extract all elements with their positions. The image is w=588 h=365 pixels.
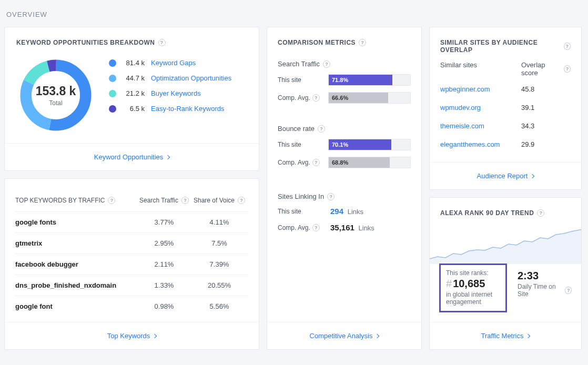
search-traffic-cell: 2.95% (138, 239, 190, 247)
table-row: facebook debugger 2.11% 7.39% (15, 254, 248, 275)
bar-label-text: Comp. Avg. (278, 159, 310, 166)
bar-track: 66.6% (328, 92, 411, 104)
similar-site-link[interactable]: themeisle.com (440, 122, 521, 130)
comparison-metrics-card: COMPARISON METRICS ? Search Traffic ? Th… (267, 27, 422, 350)
table-row: wpbeginner.com 45.8 (440, 80, 571, 98)
help-icon[interactable]: ? (158, 39, 166, 46)
bar-label: Comp. Avg. ? (278, 94, 323, 102)
chevron-right-icon (375, 333, 379, 338)
bar-label: This site (278, 76, 323, 84)
col-label: Share of Voice (194, 197, 235, 204)
comp-avg-bounce-row: Comp. Avg. ? 68.8% (278, 157, 411, 168)
legend-swatch-icon (109, 75, 116, 82)
section-label-text: Search Traffic (278, 60, 320, 68)
rank-prefix: This site ranks: (446, 269, 500, 277)
table-row: google fonts 3.77% 4.11% (15, 212, 248, 233)
section-label-text: Sites Linking In (278, 192, 324, 200)
table-row: wpmudev.org 39.1 (440, 98, 571, 117)
help-icon[interactable]: ? (238, 197, 245, 204)
search-traffic-label: Search Traffic ? (278, 60, 411, 68)
card-title-text: KEYWORD OPPORTUNITIES BREAKDOWN (16, 39, 155, 46)
bar-value: 71.8% (329, 75, 392, 85)
top-keywords-footer-link[interactable]: Top Keywords (5, 322, 259, 349)
help-icon[interactable]: ? (327, 193, 334, 200)
table-row: themeisle.com 34.3 (440, 117, 571, 135)
alexa-trend-title: ALEXA RANK 90 DAY TREND ? (440, 209, 571, 217)
search-traffic-cell: 0.98% (138, 302, 190, 310)
help-icon[interactable]: ? (564, 65, 571, 73)
donut-center: 153.8 k Total (16, 56, 95, 135)
help-icon[interactable]: ? (312, 224, 320, 231)
share-voice-cell: 7.5% (190, 239, 248, 247)
legend-link[interactable]: Buyer Keywords (151, 89, 201, 97)
similar-sites-title: SIMILAR SITES BY AUDIENCE OVERLAP ? (440, 39, 571, 54)
trend-sparkline-icon (430, 227, 582, 264)
keyword-cell: dns_probe_finished_nxdomain (15, 281, 138, 289)
keyword-opportunities-footer-link[interactable]: Keyword Opportunities (5, 143, 259, 170)
legend-item: 21.2 k Buyer Keywords (109, 89, 231, 97)
time-label: Daily Time on Site ? (518, 283, 572, 298)
similar-sites-footer-link[interactable]: Audience Report (430, 162, 581, 189)
footer-link-text: Audience Report (477, 172, 528, 180)
time-value: 2:33 (518, 270, 572, 282)
overlap-score: 34.3 (521, 122, 571, 130)
top-keywords-card: TOP KEYWORDS BY TRAFFIC ? Search Traffic… (4, 178, 259, 350)
legend-item: 81.4 k Keyword Gaps (109, 59, 231, 67)
comparison-footer-link[interactable]: Competitive Analysis (267, 322, 421, 349)
card-title-text: SIMILAR SITES BY AUDIENCE OVERLAP (440, 39, 561, 54)
col-label: Similar sites (440, 61, 521, 77)
bar-label: Comp. Avg. ? (278, 159, 323, 166)
linksin-avg-value: 35,161 (330, 223, 354, 232)
donut-legend: 81.4 k Keyword Gaps 44.7 k Optimization … (109, 56, 231, 135)
similar-sites-card: SIMILAR SITES BY AUDIENCE OVERLAP ? Simi… (429, 27, 582, 190)
legend-link[interactable]: Optimization Opportunities (151, 74, 231, 82)
help-icon[interactable]: ? (181, 197, 189, 204)
similar-site-link[interactable]: wpmudev.org (440, 104, 521, 111)
similar-site-link[interactable]: elegantthemes.com (440, 140, 521, 148)
alexa-trend-card: ALEXA RANK 90 DAY TREND ? This site rank… (429, 197, 582, 350)
help-icon[interactable]: ? (318, 125, 325, 133)
alexa-trend-footer-link[interactable]: Traffic Metrics (430, 322, 581, 349)
share-voice-cell: 4.11% (190, 218, 248, 226)
help-icon[interactable]: ? (359, 39, 366, 46)
help-icon[interactable]: ? (312, 94, 320, 102)
bar-label-text: Comp. Avg. (278, 94, 310, 102)
legend-swatch-icon (109, 105, 116, 113)
section-label-text: Bounce rate (278, 125, 315, 133)
legend-link[interactable]: Easy-to-Rank Keywords (151, 105, 224, 113)
col-label: Search Traffic (139, 197, 178, 204)
footer-link-text: Competitive Analysis (310, 332, 373, 340)
table-row: dns_probe_finished_nxdomain 1.33% 20.55% (15, 275, 248, 296)
col-label: Overlap score (521, 61, 561, 77)
share-voice-cell: 7.39% (190, 260, 248, 268)
similar-site-link[interactable]: wpbeginner.com (440, 85, 521, 93)
chevron-right-icon (526, 333, 530, 338)
rank-value: #10,685 (446, 278, 500, 290)
help-icon[interactable]: ? (565, 287, 572, 294)
links-suffix: Links (359, 224, 374, 232)
bar-track: 70.1% (328, 139, 411, 150)
col-overlap: Overlap score ? (521, 61, 571, 77)
help-icon[interactable]: ? (108, 197, 115, 204)
table-row: elegantthemes.com 29.9 (440, 135, 571, 154)
bar-label-text: Comp. Avg. (278, 224, 310, 231)
help-icon[interactable]: ? (564, 43, 571, 50)
help-icon[interactable]: ? (312, 159, 320, 166)
share-voice-cell: 5.56% (190, 302, 248, 310)
search-traffic-cell: 2.11% (138, 260, 190, 268)
rank-suffix: in global internet engagement (446, 291, 500, 306)
help-icon[interactable]: ? (323, 60, 330, 68)
dashboard-grid: KEYWORD OPPORTUNITIES BREAKDOWN ? (4, 27, 584, 350)
bar-value: 70.1% (329, 139, 391, 150)
linksin-value-link[interactable]: 294 (330, 207, 343, 216)
help-icon[interactable]: ? (537, 209, 544, 217)
legend-link[interactable]: Keyword Gaps (151, 59, 196, 67)
search-traffic-cell: 1.33% (138, 281, 190, 289)
links-suffix: Links (348, 208, 363, 216)
col-share-voice: Share of Voice ? (190, 197, 248, 204)
table-row: google font 0.98% 5.56% (15, 296, 248, 317)
keyword-cell: facebook debugger (15, 260, 138, 268)
rank-number: 10,685 (453, 278, 485, 289)
card-title-text: ALEXA RANK 90 DAY TREND (440, 209, 534, 217)
search-traffic-cell: 3.77% (138, 218, 190, 226)
